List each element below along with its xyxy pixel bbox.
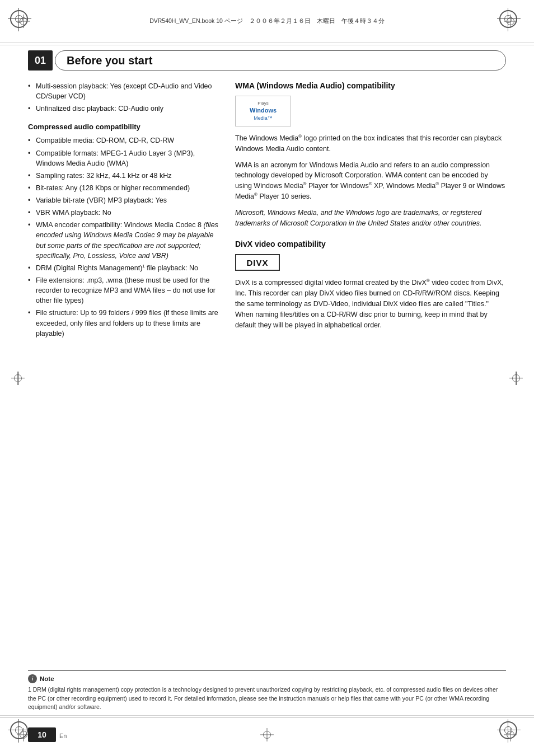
wma-section: WMA (Windows Media Audio) compatibility … <box>235 81 506 228</box>
divx-logo: DIVX <box>235 254 280 271</box>
chapter-number: 01 <box>28 50 53 71</box>
chapter-title-bar: Before you start <box>55 50 506 71</box>
intro-bullet-list: Multi-session playback: Yes (except CD-A… <box>28 81 218 114</box>
wm-windows-text: Windows <box>250 106 277 115</box>
ca-bullet-7: WMA encoder compatibility: Windows Media… <box>28 220 218 261</box>
note-footnote: 1 DRM (digital rights management) copy p… <box>28 685 506 711</box>
wm-media-text: Media™ <box>250 115 277 122</box>
crosshair-left <box>17 15 30 28</box>
top-hline <box>0 43 534 43</box>
ca-bullet-1: Compatible media: CD-ROM, CD-R, CD-RW <box>28 135 218 145</box>
wma-heading: WMA (Windows Media Audio) compatibility <box>235 81 506 90</box>
intro-bullet-1: Multi-session playback: Yes (except CD-A… <box>28 81 218 101</box>
header-file-info: DVR540H_WV_EN.book 10 ページ ２００６年２月１６日 木曜日… <box>149 17 385 25</box>
compressed-audio-section: Compressed audio compatibility Compatibl… <box>28 123 218 338</box>
top-hline2 <box>0 45 534 45</box>
ca-bullet-9: File extensions: .mp3, .wma (these must … <box>28 275 218 306</box>
ca-bullet-4: Bit-rates: Any (128 Kbps or higher recom… <box>28 183 218 193</box>
bottom-marks-row <box>0 728 534 741</box>
windows-media-logo: Plays Windows Media™ <box>235 96 291 126</box>
ca-bullet-3: Sampling rates: 32 kHz, 44.1 kHz or 48 k… <box>28 171 218 181</box>
main-content: Multi-session playback: Yes (except CD-A… <box>28 81 506 689</box>
mid-right-mark <box>509 372 523 385</box>
page-lang: En <box>59 732 67 739</box>
divx-logo-text: DIVX <box>246 258 268 267</box>
bottom-hline1 <box>0 717 534 718</box>
compressed-audio-heading: Compressed audio compatibility <box>28 123 218 131</box>
note-title: i Note <box>28 674 506 683</box>
bottom-crosshair-right <box>504 728 517 741</box>
ca-italic: (files encoded using Windows Media Codec… <box>36 221 218 259</box>
ca-bullet-8: DRM (Digital Rights Management)1 file pl… <box>28 263 218 273</box>
wma-para-3: Microsoft, Windows Media, and the Window… <box>235 208 506 229</box>
bottom-hline2 <box>0 715 534 716</box>
ca-bullet-5: Variable bit-rate (VBR) MP3 playback: Ye… <box>28 195 218 205</box>
bottom-center-crosshair <box>260 728 274 741</box>
wm-plays-text: Plays <box>250 100 277 106</box>
intro-bullet-2: Unfinalized disc playback: CD-Audio only <box>28 104 218 114</box>
mid-left-mark <box>11 372 25 385</box>
divx-heading: DivX video compatibility <box>235 240 506 248</box>
wma-para-1: The Windows Media® logo printed on the b… <box>235 133 506 154</box>
note-label: Note <box>40 675 54 682</box>
wma-para-2: WMA is an acronym for Windows Media Audi… <box>235 160 506 202</box>
top-crosshairs: DVR540H_WV_EN.book 10 ページ ２００６年２月１６日 木曜日… <box>0 15 534 28</box>
note-section: i Note 1 DRM (digital rights management)… <box>28 670 506 711</box>
ca-bullet-10: File structure: Up to 99 folders / 999 f… <box>28 308 218 338</box>
divx-section: DivX video compatibility DIVX DivX is a … <box>235 240 506 330</box>
crosshair-right <box>504 15 517 28</box>
compressed-audio-list: Compatible media: CD-ROM, CD-R, CD-RW Co… <box>28 135 218 338</box>
ca-bullet-2: Compatible formats: MPEG-1 Audio Layer 3… <box>28 148 218 168</box>
chapter-title: Before you start <box>67 54 152 67</box>
ca-bullet-6: VBR WMA playback: No <box>28 208 218 218</box>
note-icon: i <box>28 674 37 683</box>
right-column: WMA (Windows Media Audio) compatibility … <box>235 81 506 348</box>
divx-para-1: DivX is a compressed digital video forma… <box>235 278 506 330</box>
page-number: 10 <box>28 727 56 742</box>
left-column: Multi-session playback: Yes (except CD-A… <box>28 81 218 348</box>
